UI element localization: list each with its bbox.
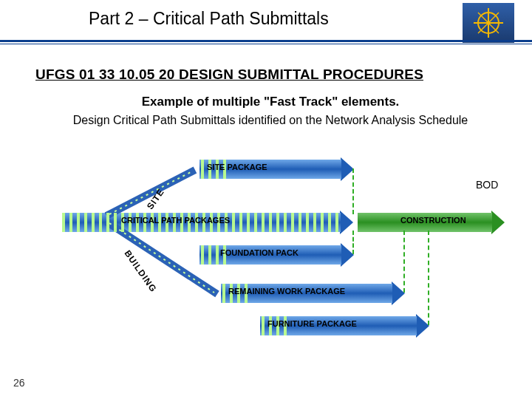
critical-path-diagram: CRITICAL PATH PACKAGES SITE SITE PACKAGE… [62,133,520,347]
connector-furniture-to-construction [428,231,429,325]
site-package-arrow: SITE PACKAGE [200,160,355,179]
connector-site-to-construction [352,168,354,214]
svg-line-7 [106,222,217,294]
connector-foundation-to-construction [352,231,354,254]
remaining-work-package-label: REMAINING WORK PACKAGE [228,287,345,296]
header-rule [0,40,532,46]
example-heading: Example of multiple "Fast Track" element… [35,95,505,109]
furniture-package-arrow: FURNITURE PACKAGE [260,316,430,335]
section-title: UFGS 01 33 10.05 20 DESIGN SUBMITTAL PRO… [35,66,505,83]
remaining-work-package-arrow: REMAINING WORK PACKAGE [221,284,406,303]
furniture-package-label: FURNITURE PACKAGE [267,319,357,328]
bod-label: BOD [476,179,498,191]
subline-text: Design Critical Path Submittals identifi… [35,114,505,127]
connector-remaining-to-construction [403,231,405,293]
construction-label: CONSTRUCTION [400,216,466,225]
slide-number: 26 [13,377,25,389]
site-package-label: SITE PACKAGE [207,163,267,171]
navfac-logo [463,3,514,43]
critical-path-packages-label: CRITICAL PATH PACKAGES [121,216,230,225]
construction-arrow: CONSTRUCTION [358,213,505,232]
foundation-pack-label: FOUNDATION PACK [220,248,299,257]
